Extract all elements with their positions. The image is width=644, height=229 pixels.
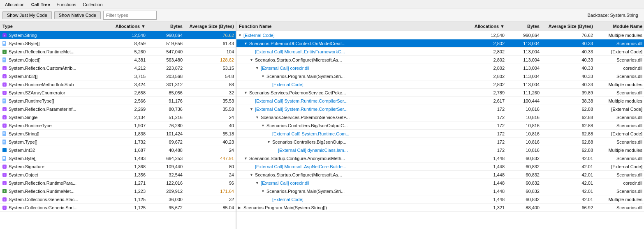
show-native-code-button[interactable]: Show Native Code	[54, 11, 101, 19]
cell-funcname: ▼ [External Code]	[236, 33, 469, 38]
right-table-row[interactable]: [External Call] Microsoft.AspNetCore.Bui…	[236, 163, 644, 171]
left-table-row[interactable]: ↑ System.Single 2,134 51,216 24	[0, 113, 236, 121]
menu-functions[interactable]: Functions	[53, 1, 80, 8]
left-table-row[interactable]: System.Int32 1,687 40,488 24	[0, 146, 236, 154]
left-table-row[interactable]: ↑ System.Object 1,356 32,544 24	[0, 171, 236, 179]
col-bytes[interactable]: Bytes	[147, 24, 184, 29]
cell-avg: 76.62	[184, 33, 236, 38]
left-table-row[interactable]: ↑ System.Collections.Generic.Stac... 1,1…	[0, 195, 236, 204]
right-table-row[interactable]: [External Call] dynamicClass.lam... 172 …	[236, 146, 644, 154]
right-table-row[interactable]: ▼ [External Code] 12,540 960,864 76.62 M…	[236, 31, 644, 39]
right-table-row[interactable]: ▼ Scenarios.Controllers.BigJsonOutp... 1…	[236, 138, 644, 146]
col-r-avgsize[interactable]: Average Size (Bytes)	[541, 24, 595, 29]
cell-r-bytes: 111,260	[506, 90, 541, 95]
func-name-label: Scenarios.Program.Main(System.Stri...	[266, 74, 345, 79]
cell-allocations: 1,125	[108, 197, 147, 202]
left-table-row[interactable]: System.Type[] 1,732 69,672 40.23	[0, 138, 236, 146]
col-type[interactable]: Type	[0, 24, 108, 29]
expand-icon[interactable]: ▼	[255, 115, 260, 119]
col-funcname[interactable]: Function Name	[236, 24, 469, 29]
expand-icon[interactable]: ▼	[244, 156, 249, 160]
expand-icon[interactable]: ▼	[261, 124, 266, 128]
func-name-label: [External Call] System.Runtime.CompilerS…	[255, 98, 347, 103]
right-table-row[interactable]: [External Call] System.Runtime.Com... 17…	[236, 130, 644, 138]
svg-rect-20	[3, 101, 5, 101]
col-avgsize[interactable]: Average Size (Bytes)	[184, 24, 236, 29]
cell-bytes: 95,672	[147, 205, 184, 210]
left-table-row[interactable]: System.RuntimeType[] 2,566 91,176 35.53	[0, 97, 236, 105]
right-table-row[interactable]: ▼ Scenarios.Services.PokemonService.GetP…	[236, 89, 644, 97]
row-icon: ↑	[2, 73, 7, 79]
right-table-row[interactable]: ▼ Scenarios.PokemonDbContext.OnModelCrea…	[236, 39, 644, 48]
left-table-row[interactable]: ↑ System.Reflection.RuntimePara... 1,271…	[0, 179, 236, 187]
show-just-my-code-button[interactable]: Show Just My Code	[2, 11, 52, 19]
left-table-row[interactable]: ↑ System.RuntimeMethodInfoStub 3,424 301…	[0, 80, 236, 89]
right-table-row[interactable]: [External Code] 1,448 60,832 42.01 Multi…	[236, 195, 644, 204]
right-table-row[interactable]: ▼ Scenarios.Program.Main(System.Stri... …	[236, 72, 644, 80]
cell-type: System.Int32	[0, 147, 108, 153]
cell-r-avg: 42.01	[541, 172, 595, 177]
func-name-label: Scenarios.Startup.Configure(Microsoft.As…	[255, 172, 342, 177]
cell-r-allocations: 172	[469, 115, 506, 120]
left-table-row[interactable]: ↑ System.Reflection.CustomAttrib... 4,21…	[0, 64, 236, 72]
col-r-allocations[interactable]: Allocations ▼	[469, 24, 506, 29]
right-table-row[interactable]: [External Code] 2,802 113,004 40.33 Mult…	[236, 80, 644, 89]
expand-icon[interactable]: ▼	[261, 74, 266, 78]
right-table-row[interactable]: ▼ [External Call] coreclr.dll 2,802 113,…	[236, 64, 644, 72]
left-table-row[interactable]: System.Byte[] 1,483 664,253 447.91	[0, 154, 236, 163]
left-table-row[interactable]: System.Object[] 4,381 563,480 128.62	[0, 56, 236, 64]
right-table-row[interactable]: ▼ Scenarios.Program.Main(System.Stri... …	[236, 187, 644, 195]
left-table-row[interactable]: ↑ System.Int32[] 3,715 203,568 54.8	[0, 72, 236, 80]
menu-calltree[interactable]: Call Tree	[28, 1, 53, 8]
expand-icon[interactable]: ▼	[267, 140, 272, 144]
left-table-row[interactable]: ≡ System.Reflection.RuntimeMet... 5,260 …	[0, 48, 236, 56]
left-table-row[interactable]: ≡ System.Reflection.RuntimeMet... 1,223 …	[0, 187, 236, 195]
col-module[interactable]: Module Name	[595, 24, 644, 29]
menu-allocation[interactable]: Allocation	[2, 1, 28, 8]
expand-icon[interactable]: ▼	[238, 33, 243, 37]
left-table-row[interactable]: System.SByte[] 8,459 519,656 61.43	[0, 39, 236, 48]
col-allocations[interactable]: Allocations ▼	[108, 24, 147, 29]
left-table-row[interactable]: ↑ System.Collections.Generic.Sort... 1,1…	[0, 204, 236, 212]
right-table-row[interactable]: ▼ Scenarios.Services.PokemonService.GetP…	[236, 113, 644, 121]
right-table-row[interactable]: [External Call] Microsoft.EntityFramewor…	[236, 48, 644, 56]
cell-r-allocations: 2,802	[469, 49, 506, 54]
expand-icon[interactable]: ▼	[255, 181, 260, 185]
expand-icon[interactable]: ▼	[244, 91, 249, 95]
right-table-row[interactable]: ▶ Scenarios.Program.Main(System.String[]…	[236, 204, 644, 212]
right-table-row[interactable]: ▼ Scenarios.Startup.Configure.AnonymousM…	[236, 154, 644, 163]
right-table-row[interactable]: ▼ [External Call] System.Runtime.Compile…	[236, 105, 644, 113]
menu-collection[interactable]: Collection	[79, 1, 106, 8]
cell-r-allocations: 12,540	[469, 33, 506, 38]
left-table-row[interactable]: ↑ System.SZArrayEnumerator 2,658 85,056 …	[0, 89, 236, 97]
expand-icon[interactable]: ▼	[250, 58, 255, 62]
cell-module: Scenarios.dll	[595, 189, 644, 194]
right-table-row[interactable]: ▼ Scenarios.Startup.Configure(Microsoft.…	[236, 171, 644, 179]
cell-module: Multiple modules	[595, 98, 644, 103]
left-table-row[interactable]: ↑ System.String 12,540 960,864 76.62	[0, 31, 236, 39]
cell-type: System.String[]	[0, 131, 108, 137]
left-table-row[interactable]: ↑ System.RuntimeType 1,907 76,280 40	[0, 121, 236, 130]
filter-input[interactable]	[103, 11, 157, 20]
expand-icon[interactable]: ▼	[261, 189, 266, 193]
left-table-row[interactable]: System.String[] 1,838 101,424 55.18	[0, 130, 236, 138]
left-table-row[interactable]: ↑ System.Signature 1,368 109,440 80	[0, 163, 236, 171]
right-table-row[interactable]: ▼ Scenarios.Startup.Configure(Microsoft.…	[236, 56, 644, 64]
expand-icon[interactable]: ▼	[250, 107, 255, 111]
expand-icon[interactable]: ▼	[250, 173, 255, 177]
col-r-bytes[interactable]: Bytes	[506, 24, 541, 29]
right-table-row[interactable]: ▼ [External Call] coreclr.dll 1,448 60,8…	[236, 179, 644, 187]
cell-allocations: 1,687	[108, 148, 147, 153]
cell-funcname: [External Call] System.Runtime.Com...	[236, 131, 469, 136]
left-table-row[interactable]: ↑ System.Reflection.ParameterInf... 2,26…	[0, 105, 236, 113]
func-name-label: [External Call] coreclr.dll	[261, 66, 309, 71]
right-table-row[interactable]: [External Call] System.Runtime.CompilerS…	[236, 97, 644, 105]
cell-avg: 32	[184, 197, 236, 202]
menu-bar: Allocation Call Tree Functions Collectio…	[0, 0, 644, 9]
expand-icon[interactable]: ▼	[244, 41, 249, 46]
expand-icon[interactable]: ▼	[255, 66, 260, 70]
cell-bytes: 547,040	[147, 49, 184, 54]
expand-icon[interactable]: ▶	[238, 206, 243, 210]
svg-text:↑: ↑	[4, 34, 5, 37]
right-table-row[interactable]: ▼ Scenarios.Controllers.BigJsonOutputC..…	[236, 121, 644, 130]
